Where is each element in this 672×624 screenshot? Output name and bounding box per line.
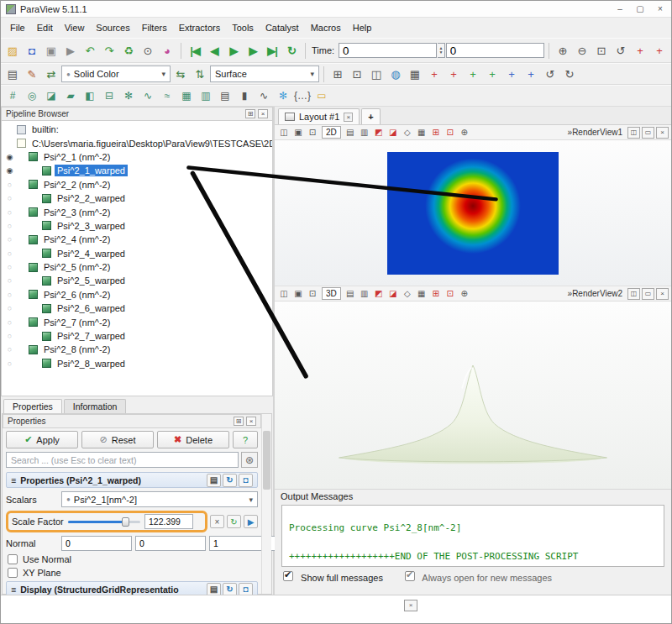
frame-value-input[interactable] <box>446 43 544 58</box>
select-polygon-icon[interactable]: ◇ <box>401 287 414 300</box>
select-surface-cells-icon[interactable]: ▤ <box>344 287 357 300</box>
slider-handle[interactable] <box>122 517 129 527</box>
threshold-icon[interactable]: ◧ <box>81 87 99 105</box>
undock-panel-icon[interactable]: ⊞ <box>234 417 244 426</box>
pipeline-item-psi2-6[interactable]: Psi^2_6 (nm^-2) <box>3 288 272 302</box>
pipeline-item-psi2-7[interactable]: Psi^2_7 (nm^-2) <box>3 315 272 328</box>
python-shell-icon[interactable]: {…} <box>293 87 312 105</box>
rescale-visible-icon[interactable]: ⇅ <box>191 66 209 83</box>
camera-plus-x-icon[interactable]: + <box>425 66 444 83</box>
select-block-icon[interactable]: ▦ <box>406 66 424 83</box>
split-vertical-button[interactable]: ▭ <box>642 288 654 300</box>
menu-view[interactable]: View <box>59 20 91 35</box>
time-spinner[interactable] <box>438 43 444 58</box>
save-defaults-icon[interactable]: ◘ <box>239 474 253 487</box>
select-cells-on-icon[interactable]: ⊞ <box>328 66 347 83</box>
undo-icon[interactable]: ↶ <box>81 42 99 60</box>
interaction-mode-button[interactable]: 3D <box>322 287 341 300</box>
select-block-icon[interactable]: ▦ <box>415 287 428 300</box>
pipeline-item-psi2-5-warped[interactable]: Psi^2_5_warped <box>3 274 272 287</box>
pipeline-item-file[interactable]: C:\Users\maria.figueira\Desktop\ParaView… <box>3 136 272 149</box>
pipeline-item-psi2-5[interactable]: Psi^2_5 (nm^-2) <box>3 260 272 274</box>
pipeline-item-builtin[interactable]: builtin: <box>3 123 272 136</box>
checkbox-icon[interactable] <box>283 571 293 581</box>
close-panel-icon[interactable]: × <box>258 109 268 118</box>
stream-tracer-icon[interactable]: ∿ <box>139 87 157 105</box>
group-datasets-icon[interactable]: ▦ <box>177 87 196 105</box>
close-view-button[interactable]: × <box>656 127 669 139</box>
histogram-icon[interactable]: ▮ <box>235 87 254 105</box>
rescale-custom-icon[interactable]: ⇆ <box>171 66 190 83</box>
add-point-marker-icon[interactable]: + <box>631 42 649 60</box>
visibility-eye-icon[interactable] <box>3 249 16 258</box>
tab-layout-1[interactable]: Layout #1 × <box>278 108 360 124</box>
color-palette-icon[interactable]: ◕ <box>158 42 176 60</box>
search-input[interactable] <box>6 452 239 468</box>
zoom-out-icon[interactable]: ⊖ <box>573 42 591 60</box>
hover-cells-icon[interactable]: ⊕ <box>458 126 471 139</box>
pipeline-item-psi2-2[interactable]: Psi^2_2 (nm^-2) <box>3 178 272 191</box>
select-block-icon[interactable]: ▦ <box>415 126 428 139</box>
close-panel-icon[interactable]: × <box>246 417 256 426</box>
select-frustum-cells-icon[interactable]: ◩ <box>372 287 386 300</box>
visibility-eye-icon[interactable] <box>3 276 16 285</box>
split-horizontal-button[interactable]: ◫ <box>627 288 640 300</box>
save-data-icon[interactable]: ◘ <box>23 42 41 60</box>
menu-macros[interactable]: Macros <box>305 20 347 35</box>
tab-properties[interactable]: Properties <box>3 399 62 413</box>
select-surface-points-icon[interactable]: ▥ <box>358 126 371 139</box>
zoom-in-icon[interactable]: ⊕ <box>554 42 572 60</box>
reset-camera-icon[interactable]: ↺ <box>612 42 630 60</box>
freeze-icon[interactable]: ✻ <box>274 87 292 105</box>
pipeline-item-psi2-8-warped[interactable]: Psi^2_8_warped <box>3 357 272 370</box>
next-frame-icon[interactable]: ▶ <box>244 42 262 60</box>
pipeline-item-psi2-1[interactable]: Psi^2_1 (nm^-2) <box>3 150 272 164</box>
menu-filters[interactable]: Filters <box>136 20 173 35</box>
spreadsheet-view-icon[interactable]: ▤ <box>216 87 234 105</box>
export-scene-icon[interactable]: ◫ <box>277 126 291 139</box>
loop-icon[interactable]: ↻ <box>282 42 301 60</box>
renderview2-canvas[interactable] <box>275 302 671 490</box>
show-full-messages-checkbox[interactable]: Show full messages <box>283 571 383 583</box>
normal-y-input[interactable] <box>135 536 206 551</box>
contour-icon[interactable]: ◎ <box>23 87 41 105</box>
rotate-ccw-90-icon[interactable]: ↺ <box>541 66 559 83</box>
calculator-icon[interactable]: # <box>3 87 22 105</box>
add-line-marker-icon[interactable]: + <box>650 42 669 60</box>
properties-scrollbar[interactable] <box>261 414 271 594</box>
interactive-select-cells-icon[interactable]: ⊞ <box>429 287 443 300</box>
capture-screenshot-icon[interactable]: ▣ <box>291 287 305 300</box>
color-by-select[interactable]: ● Solid Color <box>61 66 171 82</box>
time-value-input[interactable] <box>339 43 437 58</box>
scalars-select[interactable]: ● Psi^2_1[nm^-2] <box>61 491 258 507</box>
apply-button[interactable]: ✔ Apply <box>6 431 78 448</box>
hover-cells-icon[interactable]: ⊕ <box>458 287 471 300</box>
camera-minus-y-icon[interactable]: + <box>483 66 501 83</box>
clip-icon[interactable]: ◪ <box>42 87 60 105</box>
minimize-button[interactable]: – <box>614 4 626 13</box>
apply-scale-button[interactable]: ▶ <box>244 515 258 528</box>
pipeline-item-psi2-4[interactable]: Psi^2_4 (nm^-2) <box>3 233 272 246</box>
pipeline-item-psi2-6-warped[interactable]: Psi^2_6_warped <box>3 302 272 315</box>
save-screenshot-icon[interactable]: ▣ <box>42 42 60 60</box>
camera-plus-y-icon[interactable]: + <box>464 66 482 83</box>
menu-tools[interactable]: Tools <box>226 20 260 35</box>
checkbox-icon[interactable] <box>8 554 18 564</box>
previous-frame-icon[interactable]: ◀ <box>205 42 223 60</box>
reset-defaults-icon[interactable]: ↻ <box>223 474 237 487</box>
menu-file[interactable]: File <box>4 20 31 35</box>
close-view-button[interactable]: × <box>656 288 669 300</box>
auto-apply-icon[interactable]: ♻ <box>119 42 138 60</box>
pipeline-item-psi2-3[interactable]: Psi^2_3 (nm^-2) <box>3 205 272 218</box>
representation-select[interactable]: Surface <box>210 66 319 82</box>
camera-plus-z-icon[interactable]: + <box>502 66 521 83</box>
reset-range-button[interactable]: ↻ <box>227 515 241 528</box>
zoom-to-box-icon[interactable]: ⊡ <box>592 42 611 60</box>
select-points-on-icon[interactable]: ⊡ <box>348 66 366 83</box>
visibility-eye-icon[interactable] <box>3 304 16 312</box>
interaction-mode-button[interactable]: 2D <box>322 126 341 139</box>
export-scene-icon[interactable]: ◫ <box>277 287 291 300</box>
visibility-eye-icon[interactable] <box>3 359 16 368</box>
scale-factor-input[interactable]: 122.399 <box>144 514 193 529</box>
find-data-icon[interactable]: ⊙ <box>139 42 157 60</box>
